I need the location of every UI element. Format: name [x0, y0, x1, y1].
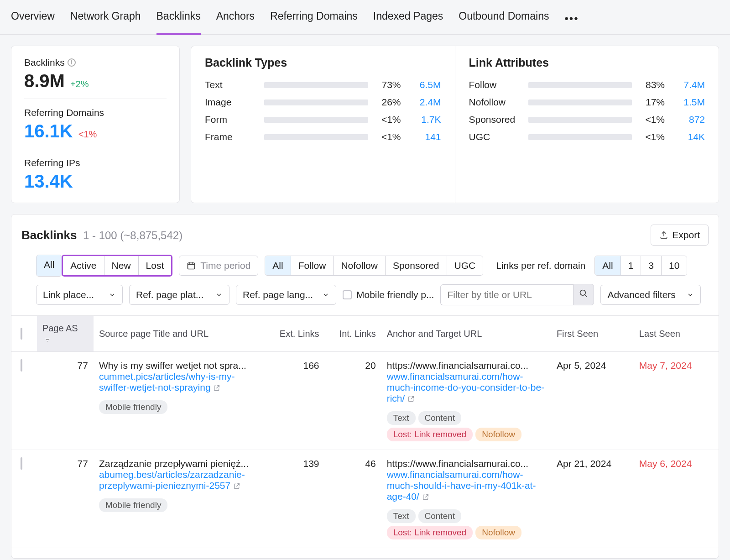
nav-more-icon[interactable]: •••: [564, 12, 579, 25]
mobile-friendly-filter[interactable]: Mobile friendly p...: [343, 289, 434, 300]
seg-ugc[interactable]: UGC: [447, 256, 483, 275]
export-button[interactable]: Export: [651, 225, 709, 246]
nav-tab-outbound-domains[interactable]: Outbound Domains: [459, 10, 549, 27]
ref-language-dropdown[interactable]: Ref. page lang...: [236, 285, 336, 305]
bar-count[interactable]: 141: [409, 131, 441, 142]
bar-row-image: Image26%2.4M: [205, 97, 441, 108]
badge-lost-link-removed: Lost: Link removed: [387, 428, 473, 441]
bar-count[interactable]: 1.5M: [673, 97, 705, 108]
stat-ips-value[interactable]: 13.4K: [24, 171, 73, 192]
cell-source-url[interactable]: abumeg.best/articles/zarzadzanie-przeply…: [99, 469, 263, 491]
bar-pct: 83%: [640, 79, 665, 90]
column-header[interactable]: Int. Links: [325, 316, 381, 352]
seg-nofollow[interactable]: Nofollow: [333, 256, 385, 275]
bar-track: [528, 82, 632, 88]
row-checkbox[interactable]: [21, 359, 22, 372]
column-header[interactable]: [11, 316, 37, 352]
bar-pct: <1%: [376, 114, 401, 125]
select-all-checkbox[interactable]: [21, 328, 22, 340]
bar-count[interactable]: 1.7K: [409, 114, 441, 125]
badge-nofollow: Nofollow: [475, 428, 521, 441]
bar-count[interactable]: 872: [673, 114, 705, 125]
nav-tab-anchors[interactable]: Anchors: [216, 10, 255, 27]
rel-filter-group: AllFollowNofollowSponsoredUGC: [265, 256, 483, 276]
export-label: Export: [672, 230, 700, 241]
svg-rect-0: [188, 263, 195, 269]
bar-pct: <1%: [376, 131, 401, 142]
time-period-button[interactable]: Time period: [179, 256, 258, 276]
seg-active[interactable]: Active: [63, 256, 104, 275]
table-row: 77Zarządzanie przepływami pienięż...abum…: [11, 450, 719, 548]
bar-label: Follow: [469, 79, 520, 90]
stats-card: Backlinks i 8.9M +2% Referring Domains 1…: [11, 46, 180, 203]
search-icon: [579, 289, 588, 298]
backlink-types-panel: Backlink Types Text73%6.5MImage26%2.4MFo…: [191, 46, 455, 203]
seg-3[interactable]: 3: [641, 256, 661, 275]
stat-domains-change: <1%: [78, 129, 97, 140]
column-header[interactable]: Last Seen: [634, 316, 719, 352]
info-icon[interactable]: i: [68, 58, 76, 67]
stat-domains: Referring Domains 16.1K <1%: [24, 107, 167, 149]
dual-card: Backlink Types Text73%6.5MImage26%2.4MFo…: [191, 46, 719, 203]
seg-sponsored[interactable]: Sponsored: [385, 256, 447, 275]
seg-10[interactable]: 10: [661, 256, 687, 275]
badge-lost-link-removed: Lost: Link removed: [387, 526, 473, 539]
cell-target-url[interactable]: www.financialsamurai.com/how-much-income…: [387, 371, 546, 404]
column-header[interactable]: Page AS: [37, 316, 94, 352]
seg-all[interactable]: All: [595, 256, 620, 275]
bar-row-sponsored: Sponsored<1%872: [469, 114, 705, 125]
bar-count[interactable]: 6.5M: [409, 79, 441, 90]
nav-tab-overview[interactable]: Overview: [11, 10, 55, 27]
column-header[interactable]: Source page Title and URL: [94, 316, 268, 352]
search-wrap: [440, 284, 594, 305]
column-header[interactable]: Anchor and Target URL: [381, 316, 551, 352]
bar-track: [264, 99, 368, 105]
seg-all[interactable]: All: [265, 256, 290, 275]
search-button[interactable]: [573, 284, 594, 305]
nav-tab-indexed-pages[interactable]: Indexed Pages: [373, 10, 443, 27]
seg-new[interactable]: New: [104, 256, 138, 275]
bar-label: Image: [205, 97, 256, 108]
table-row: 77Why is my swiffer wetjet not spra...cu…: [11, 352, 719, 450]
bar-track: [264, 82, 368, 88]
bar-count[interactable]: 14K: [673, 131, 705, 142]
cell-first-seen: Apr 5, 2024: [551, 352, 634, 450]
cell-target-url[interactable]: www.financialsamurai.com/how-much-should…: [387, 469, 546, 502]
column-header[interactable]: First Seen: [551, 316, 634, 352]
stat-domains-label: Referring Domains: [24, 107, 104, 118]
stat-backlinks-change: +2%: [70, 79, 89, 89]
seg-lost[interactable]: Lost: [138, 256, 172, 275]
cell-source-url[interactable]: cummet.pics/articles/why-is-my-swiffer-w…: [99, 371, 263, 393]
badge-mobile-friendly: Mobile friendly: [99, 498, 168, 512]
link-attributes-panel: Link Attributes Follow83%7.4MNofollow17%…: [455, 46, 719, 203]
cell-ext-links: 166: [268, 352, 324, 450]
seg-follow[interactable]: Follow: [291, 256, 334, 275]
badge-text: Text: [387, 509, 416, 523]
badge-content: Content: [418, 509, 462, 523]
link-placement-dropdown[interactable]: Link place...: [36, 285, 123, 305]
bar-pct: 26%: [376, 97, 401, 108]
nav-tab-referring-domains[interactable]: Referring Domains: [270, 10, 358, 27]
bar-count[interactable]: 2.4M: [409, 97, 441, 108]
backlinks-table-card: Backlinks 1 - 100 (~8,875,542) Export Al…: [11, 214, 719, 559]
stat-domains-value[interactable]: 16.1K: [24, 121, 73, 141]
nav-tab-network-graph[interactable]: Network Graph: [70, 10, 141, 27]
top-nav: OverviewNetwork GraphBacklinksAnchorsRef…: [0, 0, 730, 35]
chevron-down-icon: [109, 291, 116, 298]
nav-tab-backlinks[interactable]: Backlinks: [156, 10, 201, 27]
seg-1[interactable]: 1: [620, 256, 641, 275]
row-checkbox[interactable]: [21, 457, 22, 470]
bar-row-ugc: UGC<1%14K: [469, 131, 705, 142]
table-subtitle: 1 - 100 (~8,875,542): [83, 229, 182, 241]
bar-count[interactable]: 7.4M: [673, 79, 705, 90]
bar-track: [528, 117, 632, 123]
advanced-filters-dropdown[interactable]: Advanced filters: [600, 285, 701, 305]
mobile-friendly-checkbox[interactable]: [343, 290, 352, 299]
bar-label: Sponsored: [469, 114, 520, 125]
cell-ext-links: 139: [268, 450, 324, 548]
search-input[interactable]: [440, 284, 573, 305]
seg-all[interactable]: All: [36, 255, 62, 276]
ref-platform-dropdown[interactable]: Ref. page plat...: [129, 285, 229, 305]
column-header[interactable]: Ext. Links: [268, 316, 324, 352]
bar-track: [264, 134, 368, 140]
